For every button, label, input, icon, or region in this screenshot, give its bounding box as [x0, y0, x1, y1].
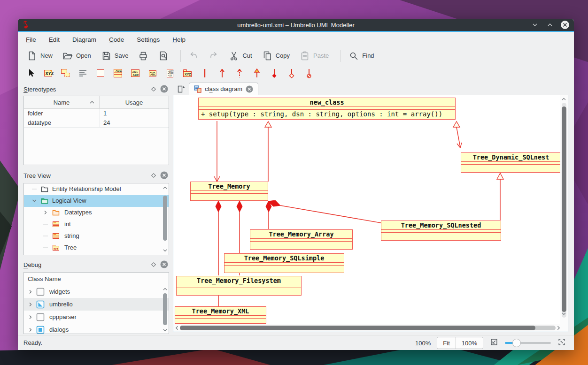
chevron-right-icon[interactable]	[28, 302, 33, 309]
class-box-tree_memory_array[interactable]: Tree_Memory_Array	[250, 229, 353, 250]
float-dock-icon[interactable]	[151, 262, 156, 269]
maximize-button[interactable]	[545, 20, 555, 30]
debug-item-cppparser[interactable]: cppparser	[24, 311, 169, 323]
tree-item-int[interactable]: int	[24, 219, 169, 230]
open-folder-button[interactable]: Open	[60, 49, 94, 63]
dependency-arrow-tool-button[interactable]	[233, 68, 246, 80]
class-tool-button[interactable]: XYZ	[42, 68, 54, 80]
close-button[interactable]	[560, 20, 570, 30]
class-box-tree_memory_sqlsimple[interactable]: Tree_Memory_SQLsimple	[224, 253, 344, 273]
chevron-right-icon[interactable]	[28, 289, 33, 296]
association-arrow-tool-button[interactable]	[216, 68, 228, 80]
pointer-tool-button[interactable]	[24, 68, 37, 80]
menu-edit[interactable]: Edit	[49, 36, 60, 43]
association-line-tool-button[interactable]	[198, 68, 211, 80]
column-header-name[interactable]: Name	[24, 96, 100, 108]
column-header-usage[interactable]: Usage	[100, 96, 169, 108]
checkbox-partial[interactable]	[36, 300, 45, 310]
close-dock-icon[interactable]	[160, 85, 168, 94]
close-tab-icon[interactable]	[246, 85, 253, 93]
save-button[interactable]: Save	[98, 49, 132, 63]
edge-composition-tree_memory-tree_memory_array[interactable]	[266, 201, 271, 229]
paste-button[interactable]: Paste	[297, 49, 332, 63]
edge-generalization-tree_memory_sqlnested-tree_dynamic_sqlnest[interactable]	[497, 173, 503, 220]
edge-generalization-tree_dynamic_sqlnest-new_class[interactable]	[453, 122, 462, 148]
tree-item-string[interactable]: string	[24, 230, 169, 242]
debug-item-umbrello[interactable]: umbrello	[24, 298, 169, 311]
class-box-tree_memory_xml[interactable]: Tree_Memory_XML	[175, 306, 266, 324]
new-document-button[interactable]: New	[24, 49, 55, 63]
box-tool-button[interactable]	[94, 68, 107, 80]
float-dock-icon[interactable]	[151, 173, 156, 180]
undo-button[interactable]	[186, 49, 201, 63]
edge-association-new_class-tree_memory[interactable]	[214, 121, 220, 182]
debug-item-widgets[interactable]: widgets	[24, 285, 169, 298]
menu-file[interactable]: File	[26, 36, 36, 43]
object-tool-button[interactable]	[59, 68, 72, 80]
print-button[interactable]	[135, 49, 151, 63]
zoom-slider-handle[interactable]	[512, 339, 521, 347]
minimize-button[interactable]	[530, 20, 540, 30]
expand-view-icon[interactable]	[557, 337, 566, 349]
chevron-right-icon[interactable]	[28, 327, 33, 334]
checkbox-checked[interactable]	[36, 326, 45, 334]
close-dock-icon[interactable]	[160, 260, 168, 270]
canvas-vertical-scrollbar[interactable]	[560, 95, 568, 325]
find-button[interactable]: Find	[346, 49, 377, 63]
menu-settings[interactable]: Settings	[137, 36, 160, 43]
tab-class-diagram[interactable]: class diagram	[189, 83, 258, 95]
package-tool-button[interactable]: XYZ	[181, 68, 193, 80]
class-operations-compartment	[177, 288, 301, 295]
containment-tool-button[interactable]	[302, 68, 315, 80]
status-message: Ready.	[23, 339, 42, 346]
shrink-view-icon[interactable]	[489, 337, 499, 349]
composition-tool-button[interactable]	[268, 68, 280, 80]
debug-scrollbar[interactable]	[162, 287, 168, 333]
enum-tool-button[interactable]: ABCDEFIJK	[163, 68, 176, 80]
class-box-tree_memory[interactable]: Tree_Memory	[190, 182, 268, 201]
svg-text:XYZ: XYZ	[45, 71, 54, 76]
menu-code[interactable]: Code	[109, 36, 124, 43]
diagram-canvas-content[interactable]: new_class+ setup(type : string, dsn : st…	[173, 95, 560, 324]
canvas-horizontal-scrollbar[interactable]	[173, 324, 561, 332]
print-preview-button[interactable]	[155, 49, 171, 63]
aggregation-tool-button[interactable]	[285, 68, 298, 80]
tree-item-entity-relationship-model[interactable]: Entity Relationship Model	[24, 183, 169, 195]
interface-tool-button[interactable]: «xy»ABC	[129, 68, 141, 80]
note-tool-button[interactable]	[77, 68, 89, 80]
zoom-slider[interactable]	[505, 338, 551, 348]
chevron-down-icon[interactable]	[31, 198, 37, 204]
chevron-right-icon[interactable]	[28, 314, 33, 321]
debug-item-dialogs[interactable]: dialogs	[24, 323, 169, 334]
class-box-tree_memory_filesystem[interactable]: Tree_Memory_Filesystem	[176, 276, 302, 296]
class-box-new_class[interactable]: new_class+ setup(type : string, dsn : st…	[198, 98, 456, 120]
stereotype-row[interactable]: datatype24	[24, 118, 169, 128]
chevron-right-icon[interactable]	[43, 210, 48, 215]
copy-button[interactable]: Copy	[259, 49, 293, 63]
fit-button[interactable]: Fit	[437, 337, 455, 349]
generalization-arrow-tool-button[interactable]	[250, 68, 263, 80]
class-box-tree_memory_sqlnested[interactable]: Tree_Memory_SQLnested	[381, 221, 501, 241]
redo-button[interactable]	[206, 49, 222, 63]
zoom-100-button[interactable]: 100%	[456, 337, 483, 349]
float-dock-icon[interactable]	[151, 86, 156, 93]
menu-help[interactable]: Help	[172, 36, 186, 43]
edge-composition-tree_memory-tree_memory_sqlnested[interactable]	[268, 200, 381, 223]
titlebar[interactable]: umbrello-uml.xmi – Umbrello UML Modeller	[18, 19, 574, 31]
menu-diagram[interactable]: Diagram	[72, 36, 96, 43]
diagram-canvas[interactable]: new_class+ setup(type : string, dsn : st…	[173, 95, 568, 332]
new-tab-button[interactable]	[175, 84, 187, 94]
datatype-tool-button[interactable]: «xy»ABC	[146, 68, 159, 80]
class-detail-tool-button[interactable]: ABC	[111, 68, 124, 80]
close-dock-icon[interactable]	[160, 171, 168, 181]
checkbox-unchecked[interactable]	[36, 288, 45, 297]
tree-view-scrollbar[interactable]	[162, 184, 168, 254]
tree-item-tree[interactable]: xyzTree	[24, 242, 169, 254]
tree-item-datatypes[interactable]: Datatypes	[24, 207, 169, 219]
tree-item-logical-view[interactable]: Logical View	[24, 195, 169, 207]
checkbox-unchecked[interactable]	[36, 313, 45, 323]
stereotype-row[interactable]: folder1	[24, 109, 169, 118]
edge-generalization-tree_memory-new_class[interactable]	[265, 122, 271, 182]
class-box-tree_dynamic_sqlnest[interactable]: Tree_Dynamic_SQLnest	[461, 152, 560, 173]
cut-button[interactable]: Cut	[226, 49, 255, 63]
